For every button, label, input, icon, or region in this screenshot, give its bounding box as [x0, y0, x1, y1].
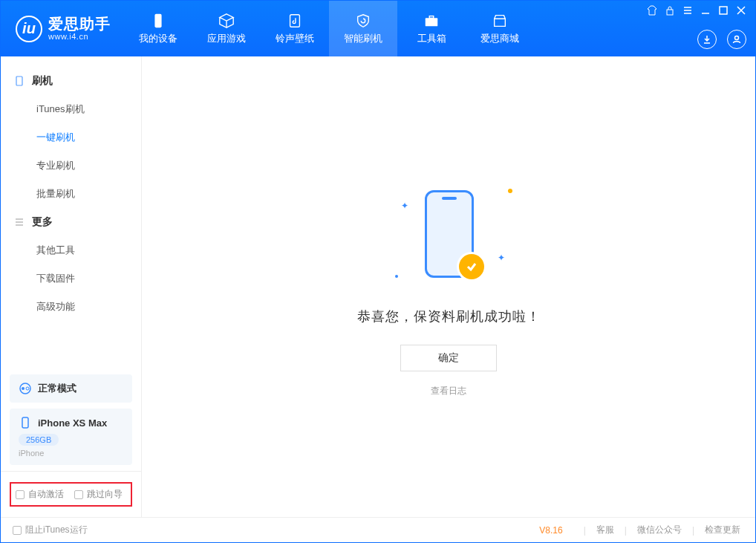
svg-rect-2 [426, 18, 438, 26]
sidebar-group-flash[interactable]: 刷机 [1, 67, 141, 95]
checkbox-label: 阻止iTunes运行 [25, 524, 88, 536]
close-icon[interactable] [736, 5, 746, 16]
nav-label: 我的设备 [139, 32, 177, 45]
sidebar-item-advanced[interactable]: 高级功能 [1, 293, 141, 321]
sidebar: 刷机 iTunes刷机 一键刷机 专业刷机 批量刷机 更多 其他工具 下载固件 … [1, 56, 142, 517]
sidebar-group-title: 更多 [32, 215, 53, 229]
cube-icon [217, 13, 236, 29]
phone-small-icon [19, 416, 32, 429]
options-highlight-box: 自动激活 跳过向导 [10, 482, 132, 507]
nav-smart-flash[interactable]: 智能刷机 [329, 1, 397, 56]
nav-label: 铃声壁纸 [276, 32, 314, 45]
footer-link-update[interactable]: 检查更新 [702, 524, 743, 536]
store-icon [490, 13, 509, 29]
checkbox-icon [13, 526, 22, 535]
lock-icon[interactable] [665, 5, 675, 16]
checkbox-icon [74, 490, 83, 499]
footer: 阻止iTunes运行 V8.16 | 客服 | 微信公众号 | 检查更新 [1, 517, 755, 542]
device-capacity: 256GB [19, 434, 59, 446]
nav-apps-games[interactable]: 应用游戏 [192, 1, 261, 56]
user-button[interactable] [727, 30, 746, 49]
toolbox-icon [422, 13, 441, 29]
device-name: iPhone XS Max [38, 417, 107, 429]
ok-button[interactable]: 确定 [400, 345, 497, 371]
checkbox-block-itunes[interactable]: 阻止iTunes运行 [13, 524, 88, 536]
top-nav: 我的设备 应用游戏 铃声壁纸 智能刷机 工具箱 爱思商城 [124, 1, 534, 56]
view-log-link[interactable]: 查看日志 [431, 385, 466, 397]
phone-icon [149, 13, 168, 29]
success-illustration: ✦✦ [367, 177, 530, 303]
nav-label: 智能刷机 [344, 32, 382, 45]
logo-icon: iu [16, 16, 42, 42]
minimize-icon[interactable] [700, 5, 711, 16]
sidebar-item-batch-flash[interactable]: 批量刷机 [1, 180, 141, 208]
app-url: www.i4.cn [48, 32, 111, 41]
nav-store[interactable]: 爱思商城 [466, 1, 534, 56]
sidebar-item-download-firmware[interactable]: 下载固件 [1, 264, 141, 293]
window-controls [647, 5, 746, 16]
checkbox-icon [16, 490, 25, 499]
svg-rect-0 [154, 13, 161, 27]
success-message: 恭喜您，保资料刷机成功啦！ [357, 308, 541, 325]
refresh-shield-icon [353, 13, 373, 29]
tshirt-icon[interactable] [647, 5, 657, 16]
sidebar-group-more[interactable]: 更多 [1, 208, 141, 236]
svg-rect-1 [290, 14, 300, 27]
main-content: ✦✦ 恭喜您，保资料刷机成功啦！ 确定 查看日志 [142, 56, 755, 517]
svg-rect-11 [22, 417, 28, 428]
nav-ringtone-wallpaper[interactable]: 铃声壁纸 [261, 1, 329, 56]
footer-link-service[interactable]: 客服 [593, 524, 617, 536]
maximize-icon[interactable] [718, 5, 729, 16]
app-name: 爱思助手 [48, 16, 111, 32]
list-icon [14, 217, 25, 227]
logo[interactable]: iu 爱思助手 www.i4.cn [1, 1, 124, 56]
svg-point-10 [26, 387, 29, 390]
nav-toolbox[interactable]: 工具箱 [397, 1, 466, 56]
sidebar-item-itunes-flash[interactable]: iTunes刷机 [1, 95, 141, 123]
svg-rect-5 [720, 7, 727, 14]
nav-label: 工具箱 [417, 32, 446, 45]
nav-label: 爱思商城 [480, 32, 519, 45]
nav-label: 应用游戏 [207, 32, 246, 45]
mode-card[interactable]: 正常模式 [10, 374, 132, 403]
sidebar-group-title: 刷机 [32, 74, 53, 88]
svg-rect-7 [16, 77, 22, 85]
svg-rect-4 [667, 10, 673, 15]
nav-my-device[interactable]: 我的设备 [124, 1, 192, 56]
version-label: V8.16 [539, 525, 562, 536]
checkbox-label: 跳过向导 [87, 488, 123, 501]
footer-link-wechat[interactable]: 微信公众号 [634, 524, 685, 536]
svg-rect-3 [429, 16, 434, 18]
header: iu 爱思助手 www.i4.cn 我的设备 应用游戏 铃声壁纸 智能刷机 [1, 1, 755, 56]
device-card[interactable]: iPhone XS Max 256GB iPhone [10, 409, 132, 465]
svg-point-6 [735, 36, 739, 40]
music-file-icon [285, 13, 304, 29]
device-type: iPhone [19, 449, 123, 458]
svg-point-9 [22, 387, 25, 390]
download-button[interactable] [697, 30, 717, 49]
device-icon [14, 76, 25, 86]
checkbox-skip-guide[interactable]: 跳过向导 [74, 488, 123, 501]
sidebar-item-other-tools[interactable]: 其他工具 [1, 236, 141, 264]
sidebar-item-pro-flash[interactable]: 专业刷机 [1, 152, 141, 180]
mode-icon [19, 382, 32, 395]
checkbox-auto-activate[interactable]: 自动激活 [16, 488, 64, 501]
check-badge-icon [459, 254, 484, 279]
menu-icon[interactable] [682, 5, 693, 16]
checkbox-label: 自动激活 [28, 488, 64, 501]
mode-label: 正常模式 [38, 382, 76, 395]
sidebar-item-oneclick-flash[interactable]: 一键刷机 [1, 123, 141, 152]
